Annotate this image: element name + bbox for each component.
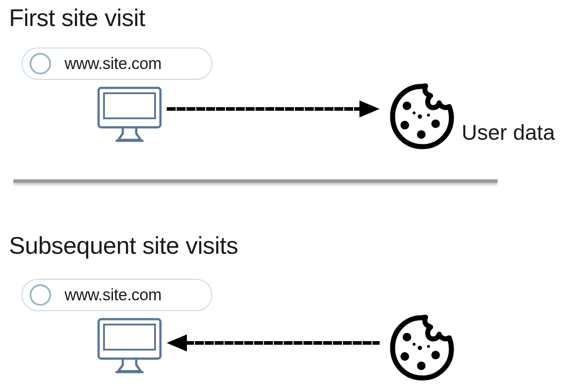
svg-point-10 <box>413 112 415 114</box>
svg-point-7 <box>417 130 425 139</box>
svg-point-5 <box>402 101 411 110</box>
svg-rect-1 <box>104 93 155 118</box>
section-divider <box>13 179 497 183</box>
cookie-icon <box>385 312 457 386</box>
svg-marker-4 <box>359 100 380 117</box>
computer-monitor-icon <box>96 85 163 143</box>
heading-subsequent-visits: Subsequent site visits <box>9 231 238 259</box>
svg-point-20 <box>431 351 440 359</box>
svg-point-23 <box>427 345 430 348</box>
url-bar-bottom: www.site.com <box>22 279 212 311</box>
url-bar-text-bottom: www.site.com <box>65 286 161 304</box>
arrow-left-icon <box>167 332 380 356</box>
arrow-right-icon <box>167 98 380 122</box>
svg-point-6 <box>401 121 409 130</box>
url-bar-text-top: www.site.com <box>65 54 161 73</box>
svg-point-21 <box>418 346 422 350</box>
svg-point-11 <box>427 114 430 117</box>
cookie-label-user-data: User data <box>462 120 555 145</box>
svg-point-19 <box>417 361 425 370</box>
svg-rect-13 <box>104 325 155 350</box>
url-bar-indicator-icon <box>30 284 51 306</box>
computer-monitor-icon <box>96 316 163 375</box>
heading-first-visit: First site visit <box>9 4 145 31</box>
url-bar-top: www.site.com <box>22 48 212 80</box>
svg-point-22 <box>413 343 415 346</box>
svg-point-17 <box>402 333 411 341</box>
svg-point-8 <box>431 119 440 128</box>
svg-marker-15 <box>167 334 187 351</box>
url-bar-indicator-icon <box>30 53 51 74</box>
svg-point-18 <box>401 352 409 361</box>
cookie-icon <box>385 81 457 154</box>
svg-point-9 <box>418 114 422 119</box>
